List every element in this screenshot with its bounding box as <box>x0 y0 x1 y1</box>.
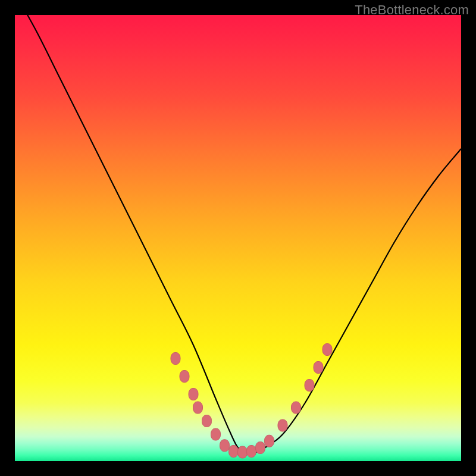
watermark-text: TheBottleneck.com <box>355 2 469 18</box>
curve-marker <box>265 435 274 447</box>
curve-marker <box>202 415 212 427</box>
curve-marker <box>314 362 323 374</box>
curve-marker <box>292 402 301 414</box>
bottleneck-curve <box>15 0 461 453</box>
curve-marker <box>322 344 332 356</box>
curve-marker <box>229 446 239 458</box>
curve-marker <box>211 428 221 440</box>
curve-marker <box>247 446 256 458</box>
curve-markers <box>171 344 332 459</box>
curve-marker <box>180 371 189 383</box>
curve-marker <box>238 446 248 458</box>
curve-marker <box>278 419 287 431</box>
curve-marker <box>220 440 230 452</box>
curve-marker <box>193 402 203 414</box>
curve-marker <box>171 353 180 365</box>
curve-layer <box>15 15 461 461</box>
curve-marker <box>256 442 265 454</box>
bottleneck-curve-path <box>15 0 461 453</box>
curve-marker <box>305 380 314 392</box>
curve-marker <box>189 389 198 400</box>
chart-frame: TheBottleneck.com <box>0 0 476 476</box>
